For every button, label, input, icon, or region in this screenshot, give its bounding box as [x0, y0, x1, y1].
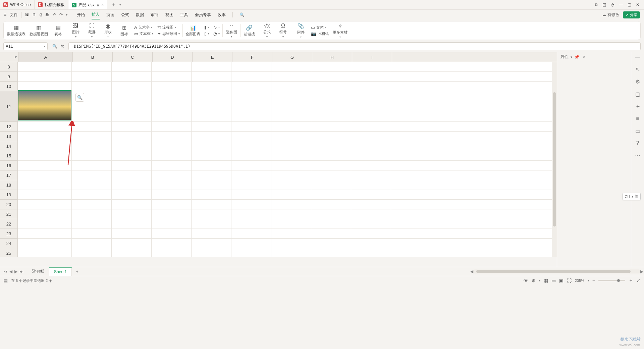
flowchart-button[interactable]: ⇆流程图▾: [157, 25, 180, 30]
h-scroll-thumb[interactable]: [476, 270, 631, 273]
row-18[interactable]: 18: [0, 180, 17, 190]
row-13[interactable]: 13: [0, 132, 17, 141]
selected-cell-A11[interactable]: [18, 90, 71, 120]
icon-button[interactable]: ⊞图标: [118, 24, 130, 37]
eye-icon[interactable]: 👁: [524, 278, 528, 283]
layout-icon[interactable]: ▢: [635, 91, 640, 97]
name-box[interactable]: A11 ▾: [3, 42, 48, 50]
tab-start[interactable]: 开始: [77, 12, 85, 18]
hyperlink-button[interactable]: 🔗超链接: [243, 24, 255, 37]
col-B[interactable]: B: [73, 52, 113, 62]
unsaved-indicator[interactable]: ☁ 有修改: [602, 12, 620, 18]
prev-sheet-icon[interactable]: ◀: [9, 269, 12, 274]
tab-tools[interactable]: 工具: [180, 12, 188, 18]
col-F[interactable]: F: [232, 52, 272, 62]
sparkline-button[interactable]: 〰迷你图▾: [225, 23, 237, 38]
tab-formula[interactable]: 公式: [121, 12, 129, 18]
table-button[interactable]: ▤表格: [52, 24, 64, 37]
fx-search-icon[interactable]: 🔍: [52, 44, 57, 49]
undo-icon[interactable]: ↶: [53, 12, 56, 17]
screenshot-button[interactable]: ⛶截屏▾: [86, 23, 98, 38]
fit-icon[interactable]: ⤢: [637, 278, 641, 283]
formula-input[interactable]: =DISPIMG("ID_9E5A0F777D4F49E4A3E29119459…: [68, 42, 641, 50]
tab-efficiency[interactable]: 效率: [218, 12, 226, 18]
close-window-icon[interactable]: ✕: [636, 2, 639, 7]
print-preview-icon[interactable]: 🖶: [45, 12, 49, 17]
col-A[interactable]: A: [19, 52, 73, 62]
row-14[interactable]: 14: [0, 141, 17, 151]
chart-type4-button[interactable]: ◔▾: [213, 31, 220, 36]
chart-type3-button[interactable]: ∿▾: [213, 25, 220, 30]
tab-page[interactable]: 页面: [106, 12, 114, 18]
chart-type2-button[interactable]: ▯▾: [204, 31, 209, 36]
equation-button[interactable]: √x公式▾: [261, 23, 273, 38]
view-full-icon[interactable]: ⛶: [567, 278, 572, 283]
row-16[interactable]: 16: [0, 161, 17, 170]
chart-type1-button[interactable]: ▮▾: [204, 25, 209, 30]
chevron-down-icon[interactable]: ▾: [571, 55, 572, 59]
close-icon[interactable]: ×: [101, 3, 104, 7]
view-normal-icon[interactable]: ▦: [544, 278, 548, 283]
col-G[interactable]: G: [272, 52, 312, 62]
chevron-down-icon[interactable]: ▾: [119, 3, 121, 6]
collapse-icon[interactable]: —: [635, 54, 640, 60]
maximize-icon[interactable]: ▢: [628, 2, 631, 7]
zoom-slider[interactable]: [598, 280, 625, 281]
menu-icon[interactable]: ≡: [4, 12, 6, 17]
all-charts-button[interactable]: 📊全部图表: [185, 24, 200, 37]
settings-icon[interactable]: ⚙: [635, 79, 640, 85]
slide-icon[interactable]: ▭: [635, 128, 640, 134]
row-9[interactable]: 9: [0, 72, 17, 82]
wordart-button[interactable]: A艺术字▾: [134, 25, 153, 30]
tab-review[interactable]: 审阅: [151, 12, 159, 18]
row-21[interactable]: 21: [0, 209, 17, 219]
col-I[interactable]: I: [352, 52, 392, 62]
user-icon[interactable]: ◔: [611, 2, 614, 7]
help-icon[interactable]: ?: [636, 140, 639, 146]
close-panel-icon[interactable]: ✕: [583, 55, 586, 59]
print-icon[interactable]: ⎙: [40, 12, 42, 17]
grid-body[interactable]: 8 9 10 11 12 13 14 15 16 17 18 19 20 21 …: [0, 62, 557, 257]
add-sheet-button[interactable]: ＋: [72, 267, 83, 276]
v-scroll-thumb[interactable]: [553, 92, 556, 227]
symbol-button[interactable]: Ω符号▾: [277, 23, 289, 38]
textbox-button[interactable]: ▭文本框▾: [134, 31, 153, 36]
status-menu-icon[interactable]: ▤: [3, 278, 8, 283]
row-19[interactable]: 19: [0, 190, 17, 200]
row-25[interactable]: 25: [0, 248, 17, 257]
tab-member[interactable]: 会员专享: [195, 12, 211, 18]
fx-icon[interactable]: fx: [61, 44, 64, 49]
cells[interactable]: 🔍: [18, 62, 552, 257]
select-all-corner[interactable]: ◤: [0, 52, 19, 62]
ime-indicator[interactable]: CH ♪ 简: [623, 193, 641, 200]
row-17[interactable]: 17: [0, 170, 17, 180]
shape-button[interactable]: ◉形状▾: [102, 23, 114, 39]
scroll-right-icon[interactable]: ▶: [640, 269, 643, 274]
tune-icon[interactable]: ≡: [636, 116, 639, 122]
row-11[interactable]: 11: [0, 91, 17, 122]
tab-document[interactable]: S 产品.xlsx ● ×: [68, 0, 107, 9]
tab-wps-office[interactable]: W WPS Office: [0, 0, 35, 9]
first-sheet-icon[interactable]: ⏮: [3, 269, 7, 274]
style-icon[interactable]: ✦: [636, 103, 640, 110]
zoom-in-icon[interactable]: ＋: [629, 278, 633, 284]
zoom-out-icon[interactable]: −: [592, 278, 595, 283]
form-button[interactable]: ▭窗体▾: [311, 25, 329, 30]
picture-button[interactable]: 🖼图片▾: [70, 23, 82, 38]
row-10[interactable]: 10: [0, 82, 17, 91]
tab-insert[interactable]: 插入: [92, 12, 100, 19]
col-D[interactable]: D: [153, 52, 193, 62]
row-23[interactable]: 23: [0, 229, 17, 239]
restore-icon[interactable]: ⧉: [595, 2, 598, 7]
more-icon[interactable]: ⋯: [635, 152, 640, 159]
pivot-table-button[interactable]: ▦数据透视表: [7, 24, 25, 37]
tab-templates[interactable]: D 找稻壳模板: [35, 0, 68, 9]
mindmap-button[interactable]: ✦思维导图▾: [157, 31, 180, 36]
chevron-down-icon[interactable]: ▾: [44, 45, 45, 48]
tab-data[interactable]: 数据: [136, 12, 144, 18]
view-reading-icon[interactable]: ▣: [559, 278, 564, 283]
minimize-icon[interactable]: —: [619, 2, 623, 7]
row-12[interactable]: 12: [0, 122, 17, 132]
row-22[interactable]: 22: [0, 219, 17, 229]
pin-icon[interactable]: 📌: [574, 55, 579, 59]
